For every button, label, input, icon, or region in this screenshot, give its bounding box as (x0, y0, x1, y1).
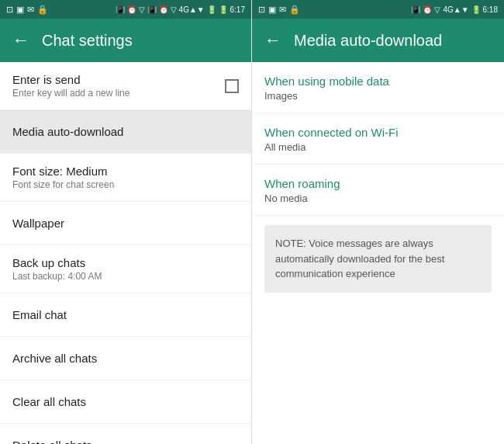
media-auto-download-text: Media auto-download (12, 125, 123, 138)
enter-is-send-title: Enter is send (12, 73, 129, 86)
right-mail-icon: ✉ (279, 5, 286, 15)
enter-is-send-text: Enter is send Enter key will add a new l… (12, 73, 129, 99)
vibrate-icon: 📳 (116, 5, 125, 14)
media-auto-download-panel: ⊡ ▣ ✉ 🔒 📳 ⏰ ▽ 4G▲▼ 🔋 6:18 ← Media auto-d… (252, 0, 504, 444)
screenshot-icon: ▣ (16, 5, 24, 15)
media-auto-download-title: Media auto-download (294, 32, 442, 50)
roaming-title: When roaming (264, 177, 492, 190)
right-status-icons: 📳 ⏰ ▽ 📳 ⏰ ▽ 4G▲▼ 🔋 🔋 6:17 (116, 5, 245, 14)
media-auto-download-title: Media auto-download (12, 125, 123, 138)
font-size-subtitle: Font size for chat screen (12, 179, 114, 190)
roaming-item[interactable]: When roaming No media (252, 165, 504, 216)
wifi-subtitle: All media (264, 141, 492, 153)
media-auto-download-header: ← Media auto-download (252, 19, 504, 62)
chat-settings-panel: ⊡ ▣ ✉ 🔒 📳 ⏰ ▽ 📳 ⏰ ▽ 4G▲▼ 🔋 🔋 6:17 ← Chat… (0, 0, 252, 444)
right-lock-icon: 🔒 (289, 5, 300, 15)
archive-all-chats-title: Archive all chats (12, 352, 97, 365)
right-status-left-icons: ⊡ ▣ ✉ 🔒 (258, 5, 300, 15)
wifi-title: When connected on Wi-Fi (264, 126, 492, 139)
enter-is-send-subtitle: Enter key will add a new line (12, 88, 129, 99)
archive-all-chats-item[interactable]: Archive all chats (0, 337, 251, 380)
right-wifi-signal-icon: ▽ (434, 5, 440, 14)
wifi-signal-icon: ▽ (139, 5, 145, 14)
left-status-bar: ⊡ ▣ ✉ 🔒 📳 ⏰ ▽ 📳 ⏰ ▽ 4G▲▼ 🔋 🔋 6:17 (0, 0, 251, 19)
back-up-chats-text: Back up chats Last backup: 4:00 AM (12, 256, 102, 282)
delete-all-chats-text: Delete all chats (12, 439, 92, 444)
right-battery-icon: 🔋 (471, 5, 481, 14)
note-text: NOTE: Voice messages are always automati… (275, 238, 444, 279)
lock-icon: 🔒 (37, 5, 48, 15)
right-network-label: 4G▲▼ (443, 5, 468, 14)
back-up-chats-subtitle: Last backup: 4:00 AM (12, 271, 102, 282)
media-download-list: When using mobile data Images When conne… (252, 62, 504, 444)
delete-all-chats-item[interactable]: Delete all chats (0, 424, 251, 444)
mobile-data-subtitle: Images (264, 90, 492, 102)
email-chat-title: Email chat (12, 308, 67, 321)
enter-is-send-checkbox[interactable] (225, 79, 239, 93)
right-back-button[interactable]: ← (264, 30, 281, 50)
chat-settings-title: Chat settings (42, 32, 133, 50)
wallpaper-item[interactable]: Wallpaper (0, 202, 251, 245)
left-status-icons: ⊡ ▣ ✉ 🔒 (6, 5, 48, 15)
mobile-data-title: When using mobile data (264, 75, 492, 88)
clear-all-chats-item[interactable]: Clear all chats (0, 380, 251, 424)
left-time: 6:17 (230, 5, 245, 14)
right-alarm-icon: ⏰ (423, 5, 432, 14)
right-time: 6:18 (483, 5, 498, 14)
chat-settings-header: ← Chat settings (0, 19, 251, 62)
font-size-text: Font size: Medium Font size for chat scr… (12, 165, 114, 190)
left-back-button[interactable]: ← (12, 30, 29, 50)
wallpaper-text: Wallpaper (12, 217, 64, 230)
font-size-title: Font size: Medium (12, 165, 114, 178)
sim-icon: ⊡ (6, 5, 13, 15)
settings-list: Enter is send Enter key will add a new l… (0, 62, 251, 444)
clear-all-chats-text: Clear all chats (12, 395, 86, 408)
back-up-chats-title: Back up chats (12, 256, 102, 269)
right-status-bar: ⊡ ▣ ✉ 🔒 📳 ⏰ ▽ 4G▲▼ 🔋 6:18 (252, 0, 504, 19)
alarm-icon: ⏰ (127, 5, 136, 14)
clear-all-chats-title: Clear all chats (12, 395, 86, 408)
delete-all-chats-title: Delete all chats (12, 439, 92, 444)
back-up-chats-item[interactable]: Back up chats Last backup: 4:00 AM (0, 245, 251, 293)
media-auto-download-item[interactable]: Media auto-download (0, 110, 251, 154)
note-box: NOTE: Voice messages are always automati… (264, 225, 492, 293)
right-screenshot-icon: ▣ (268, 5, 276, 15)
battery-icon: 🔋 (219, 5, 228, 14)
wallpaper-title: Wallpaper (12, 217, 64, 230)
archive-all-chats-text: Archive all chats (12, 352, 97, 365)
mobile-data-item[interactable]: When using mobile data Images (252, 62, 504, 113)
email-chat-item[interactable]: Email chat (0, 293, 251, 337)
roaming-subtitle: No media (264, 193, 492, 204)
enter-is-send-item[interactable]: Enter is send Enter key will add a new l… (0, 62, 251, 110)
wifi-item[interactable]: When connected on Wi-Fi All media (252, 113, 504, 165)
right-sim-icon: ⊡ (258, 5, 265, 15)
mail-icon: ✉ (27, 5, 34, 15)
font-size-item[interactable]: Font size: Medium Font size for chat scr… (0, 154, 251, 202)
right-status-right-icons: 📳 ⏰ ▽ 4G▲▼ 🔋 6:18 (411, 5, 498, 14)
network-label: 📳 ⏰ ▽ 4G▲▼ 🔋 (147, 5, 216, 14)
email-chat-text: Email chat (12, 308, 67, 321)
right-vibrate-icon: 📳 (411, 5, 420, 14)
